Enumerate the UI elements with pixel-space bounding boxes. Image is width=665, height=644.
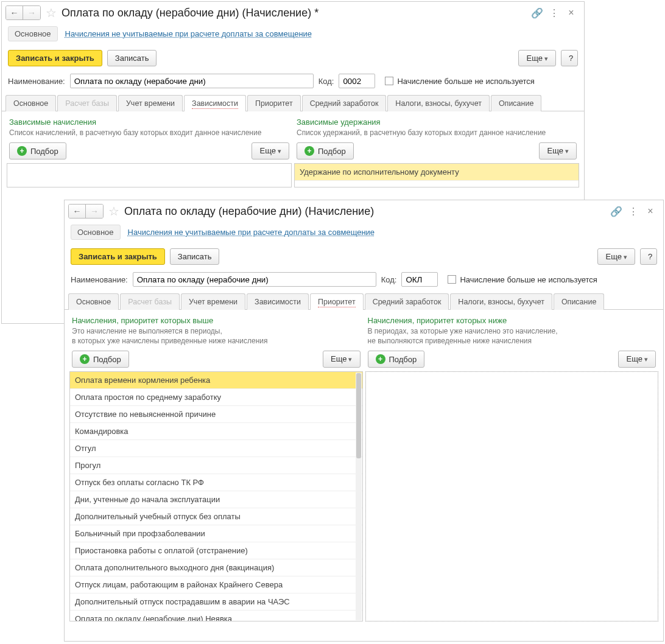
tab-4[interactable]: Приоритет	[247, 95, 301, 111]
tabs: ОсновноеРасчет базыУчет времениЗависимос…	[65, 293, 663, 310]
name-label: Наименование:	[8, 77, 65, 86]
tab-1[interactable]: Расчет базы	[57, 95, 117, 111]
left-col: Начисления, приоритет которых выше Это н…	[69, 315, 363, 621]
field-row: Наименование: Код: Начисление больше не …	[2, 72, 584, 94]
list-item[interactable]: Отпуск без оплаты согласно ТК РФ	[70, 474, 362, 491]
tab-3[interactable]: Зависимости	[247, 293, 309, 310]
subnav-main[interactable]: Основное	[71, 225, 121, 240]
lower-priority-title: Начисления, приоритет которых ниже	[365, 315, 659, 326]
forward-button[interactable]: →	[86, 205, 103, 218]
tab-0[interactable]: Основное	[5, 95, 56, 111]
pick-button[interactable]: + Подбор	[72, 351, 129, 368]
list-item[interactable]: Дни, учтенные до начала эксплуатации	[70, 491, 362, 508]
checkbox-icon[interactable]	[385, 77, 393, 85]
list-item[interactable]: Отсутствие по невыясненной причине	[70, 406, 362, 423]
forward-button[interactable]: →	[23, 6, 40, 19]
subnav: Основное Начисления не учитываемые при р…	[65, 221, 663, 246]
dep-accruals-list[interactable]	[7, 163, 292, 187]
help-button[interactable]: ?	[640, 248, 657, 265]
list-item[interactable]: Приостановка работы с оплатой (отстранен…	[70, 542, 362, 559]
tab-4[interactable]: Приоритет	[310, 293, 364, 310]
save-button[interactable]: Записать	[170, 248, 220, 265]
back-button[interactable]: ←	[69, 205, 86, 218]
favorite-icon[interactable]: ☆	[44, 6, 58, 19]
list-item[interactable]: Дополнительный учебный отпуск без оплаты	[70, 508, 362, 525]
right-col: Зависимые удержания Список удержаний, в …	[294, 116, 579, 187]
tabs: ОсновноеРасчет базыУчет времениЗависимос…	[2, 94, 584, 111]
pick-button[interactable]: + Подбор	[368, 351, 425, 368]
unused-label: Начисление больше не используется	[460, 275, 597, 284]
plus-icon: +	[80, 354, 90, 364]
tab-6[interactable]: Налоги, взносы, бухучет	[387, 95, 490, 111]
list-item[interactable]: Больничный при профзаболевании	[70, 525, 362, 542]
unused-checkbox-wrap[interactable]: Начисление больше не используется	[385, 77, 534, 86]
back-button[interactable]: ←	[6, 6, 23, 19]
more-button[interactable]: Еще	[597, 248, 635, 265]
list-item[interactable]: Отпуск лицам, работающим в районах Крайн…	[70, 576, 362, 593]
help-button[interactable]: ?	[561, 50, 578, 66]
plus-icon: +	[376, 354, 385, 364]
toolbar: Записать и закрыть Записать Еще ?	[65, 246, 663, 271]
checkbox-icon[interactable]	[448, 275, 456, 284]
pick-button[interactable]: + Подбор	[297, 142, 354, 159]
tab-6[interactable]: Налоги, взносы, бухучет	[450, 293, 552, 310]
toolbar: Записать и закрыть Записать Еще ?	[2, 47, 584, 72]
lower-priority-list[interactable]	[365, 371, 659, 621]
scrollbar-thumb[interactable]	[356, 373, 361, 458]
name-input[interactable]	[133, 272, 376, 287]
dep-withholdings-list[interactable]: Удержание по исполнительному документу	[294, 163, 579, 187]
tab-5[interactable]: Средний заработок	[365, 293, 449, 310]
tab-7[interactable]: Описание	[491, 95, 542, 111]
favorite-icon[interactable]: ☆	[107, 205, 121, 218]
tab-1[interactable]: Расчет базы	[120, 293, 180, 310]
tab-2[interactable]: Учет времени	[181, 293, 245, 310]
close-icon[interactable]: ×	[565, 7, 578, 18]
code-input[interactable]	[401, 272, 438, 287]
list-item[interactable]: Оплата простоя по среднему заработку	[70, 389, 362, 406]
higher-priority-title: Начисления, приоритет которых выше	[69, 315, 363, 326]
list-item[interactable]: Оплата дополнительного выходного дня (ва…	[70, 559, 362, 576]
kebab-icon[interactable]: ⋮	[627, 206, 640, 217]
unused-checkbox-wrap[interactable]: Начисление больше не используется	[448, 275, 597, 284]
list-item[interactable]: Прогул	[70, 457, 362, 474]
list-item[interactable]: Отгул	[70, 440, 362, 457]
link-icon[interactable]: 🔗	[610, 206, 623, 217]
more-button[interactable]: Еще	[539, 142, 577, 159]
nav-group: ← →	[68, 204, 104, 219]
dep-accruals-desc: Список начислений, в расчетную базу кото…	[7, 128, 292, 141]
page-title: Оплата по окладу (нерабочие дни) (Начисл…	[124, 205, 374, 218]
higher-priority-list[interactable]: Оплата времени кормления ребенкаОплата п…	[69, 371, 363, 621]
pick-button[interactable]: + Подбор	[9, 142, 66, 159]
list-item[interactable]: Удержание по исполнительному документу	[295, 164, 579, 181]
subnav-link[interactable]: Начисления не учитываемые при расчете до…	[65, 29, 312, 38]
save-close-button[interactable]: Записать и закрыть	[8, 50, 102, 66]
close-icon[interactable]: ×	[644, 206, 657, 217]
save-button[interactable]: Записать	[107, 50, 157, 66]
priority-panel: Начисления, приоритет которых выше Это н…	[65, 310, 663, 626]
titlebar: ← → ☆ Оплата по окладу (нерабочие дни) (…	[2, 2, 584, 23]
list-item[interactable]: Оплата времени кормления ребенка	[70, 372, 362, 389]
more-button[interactable]: Еще	[618, 351, 656, 368]
code-input[interactable]	[339, 74, 375, 88]
more-button[interactable]: Еще	[518, 50, 556, 66]
kebab-icon[interactable]: ⋮	[547, 7, 561, 19]
tab-0[interactable]: Основное	[68, 293, 119, 310]
more-button[interactable]: Еще	[252, 142, 289, 159]
list-item[interactable]: Оплата по окладу (нерабочие дни) Неявка	[70, 611, 362, 621]
tab-5[interactable]: Средний заработок	[302, 95, 387, 111]
unused-label: Начисление больше не используется	[397, 77, 534, 86]
link-icon[interactable]: 🔗	[530, 7, 544, 19]
tab-2[interactable]: Учет времени	[118, 95, 183, 111]
list-item[interactable]: Командировка	[70, 423, 362, 440]
save-close-button[interactable]: Записать и закрыть	[71, 248, 165, 265]
list-item[interactable]: Дополнительный отпуск пострадавшим в ава…	[70, 593, 362, 611]
scrollbar[interactable]	[356, 373, 362, 620]
subnav-main[interactable]: Основное	[8, 26, 58, 41]
name-input[interactable]	[70, 74, 314, 88]
titlebar: ← → ☆ Оплата по окладу (нерабочие дни) (…	[65, 200, 663, 221]
dep-accruals-title: Зависимые начисления	[7, 116, 292, 128]
tab-7[interactable]: Описание	[554, 293, 605, 310]
subnav-link[interactable]: Начисления не учитываемые при расчете до…	[128, 228, 375, 237]
more-button[interactable]: Еще	[323, 351, 361, 368]
tab-3[interactable]: Зависимости	[184, 95, 246, 111]
